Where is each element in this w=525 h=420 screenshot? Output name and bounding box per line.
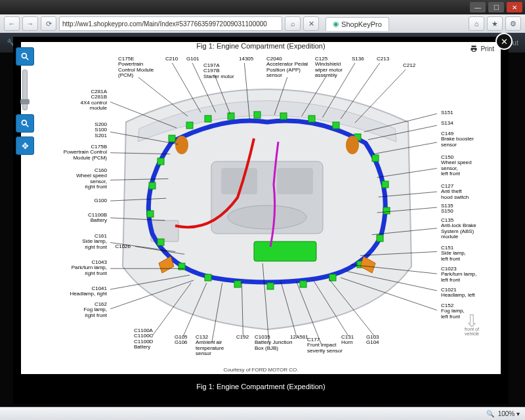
label-g103: G103 G104 — [366, 335, 379, 346]
label-c1035: C1035 Battery Junction Box (BJB) — [255, 335, 292, 351]
svg-rect-13 — [333, 122, 339, 129]
svg-rect-24 — [205, 274, 211, 281]
svg-point-31 — [346, 136, 359, 154]
courtesy-line: Courtesy of FORD MOTOR CO. — [21, 367, 501, 373]
label-c1021: C1021 Headlamp, left — [441, 287, 475, 299]
nav-stop-button[interactable]: ✕ — [303, 16, 319, 31]
zoom-in-button[interactable] — [16, 47, 34, 66]
label-c2040: C2040 Accelerator Pedal Position (APP) s… — [266, 56, 308, 79]
svg-rect-22 — [267, 283, 274, 289]
svg-rect-10 — [254, 112, 261, 118]
figure-caption: Fig 1: Engine Compartment (Expedition) — [21, 378, 501, 395]
label-c125: C125 Windshield wiper motor assembly — [315, 56, 343, 79]
label-c175e: C175E Powertrain Control Module (PCM) — [118, 56, 154, 79]
label-c1041: C1041 Headlamp, right — [70, 286, 107, 297]
svg-rect-8 — [205, 116, 211, 122]
label-c210: C210 — [165, 56, 178, 62]
label-s134: S134 — [441, 121, 453, 126]
browser-window: — ☐ ✕ ← → ⟳ http://ww1.shopkeypro.com/Ma… — [0, 0, 525, 420]
label-c161: C161 Side lamp, right front — [82, 234, 107, 250]
label-c213: C213 — [377, 56, 389, 62]
star-icon[interactable]: ★ — [487, 16, 503, 31]
svg-rect-6 — [169, 135, 175, 142]
zoom-toolstrip: ✥ — [16, 47, 34, 155]
svg-rect-20 — [329, 274, 336, 281]
print-button[interactable]: Print — [470, 45, 494, 52]
label-c149: C149 Brake booster sensor — [441, 131, 474, 148]
nav-back-button[interactable]: ← — [4, 16, 20, 31]
address-bar[interactable]: http://ww1.shopkeypro.com/Main/Index#537… — [59, 16, 282, 31]
label-s151: S151 — [441, 110, 453, 116]
svg-rect-11 — [280, 113, 287, 119]
svg-point-3 — [228, 205, 306, 229]
label-c1026: C1026 — [115, 244, 131, 249]
nav-forward-button[interactable]: → — [22, 16, 38, 31]
zoom-slider-thumb[interactable] — [20, 99, 30, 104]
svg-rect-27 — [147, 211, 154, 217]
label-c162: C162 Fog lamp, right front — [83, 302, 107, 318]
label-c127: C127 Anti theft hood switch — [441, 184, 469, 200]
label-c175b: C175B Powertrain Control Module (PCM) — [64, 144, 107, 161]
svg-rect-12 — [308, 116, 315, 122]
label-c281: C281A C281B 4X4 control module — [81, 89, 107, 112]
window-close-button[interactable]: ✕ — [507, 2, 522, 12]
window-minimize-button[interactable]: — — [470, 2, 486, 12]
svg-rect-17 — [383, 207, 390, 214]
svg-line-76 — [26, 125, 29, 127]
zoom-indicator-icon[interactable]: 🔍 — [486, 410, 494, 417]
status-bar: 🔍 100% ▾ — [0, 407, 525, 420]
label-c150: C150 Wheel speed sensor, left front — [441, 155, 472, 177]
zoom-level[interactable]: 100% — [498, 410, 515, 417]
diagram-paper: Fig 1: Engine Compartment (Expedition) P… — [21, 42, 501, 374]
svg-rect-18 — [377, 235, 383, 242]
browser-tab[interactable]: ◉ ShopKeyPro — [326, 17, 389, 31]
svg-rect-9 — [228, 113, 234, 119]
tab-title: ShopKeyPro — [341, 20, 382, 28]
svg-line-74 — [26, 58, 29, 60]
label-c135: C135 Anti-lock Brake System (ABS) module — [441, 218, 476, 240]
globe-icon: ◉ — [333, 20, 339, 28]
svg-rect-2 — [277, 168, 313, 194]
zoom-out-button[interactable] — [16, 114, 34, 133]
svg-rect-26 — [158, 239, 164, 245]
svg-rect-21 — [300, 281, 306, 287]
fit-button[interactable]: ✥ — [16, 136, 34, 155]
label-g105: G105 G106 — [175, 335, 188, 346]
nav-reload-button[interactable]: ⟳ — [41, 16, 56, 31]
svg-rect-23 — [234, 281, 241, 287]
svg-point-73 — [22, 53, 26, 58]
label-c177: C177 Front impact severity sensor — [307, 337, 343, 354]
label-c151: C151 Side lamp, left front — [441, 245, 466, 262]
svg-rect-28 — [149, 182, 156, 189]
label-s200: S200 S100 S201 — [94, 122, 107, 138]
label-c1043: C1043 Park/turn lamp, right front — [72, 260, 107, 276]
home-icon[interactable]: ⌂ — [469, 16, 484, 31]
nav-search-button[interactable]: ⌕ — [285, 16, 301, 31]
svg-rect-15 — [372, 155, 379, 161]
svg-point-30 — [175, 136, 188, 154]
svg-rect-7 — [186, 122, 193, 129]
printer-icon — [470, 45, 478, 52]
label-14305: 14305 — [239, 56, 253, 62]
modal-close-button[interactable]: ✕ — [495, 33, 513, 50]
titlebar: — ☐ ✕ — [0, 0, 525, 14]
svg-rect-16 — [382, 181, 388, 188]
label-c192: C192 — [236, 335, 249, 340]
label-c1023: C1023 Park/turn lamp, left front — [441, 266, 476, 283]
label-c132: C132 Ambient air temperature sensor — [196, 335, 224, 357]
down-arrow-icon: ⇩ — [459, 316, 485, 327]
label-s135: S135 S150 — [441, 203, 453, 215]
label-c212: C212 — [403, 63, 415, 68]
label-c160: C160 Wheel speed sensor, right front — [76, 168, 107, 190]
engine-diagram[interactable]: C175E Powertrain Control Module (PCM) C2… — [52, 56, 495, 362]
engine-illustration — [113, 70, 421, 331]
label-c1100b: C1100B Battery — [88, 213, 107, 224]
gear-icon[interactable]: ⚙ — [505, 16, 521, 31]
label-g101: G101 — [186, 56, 200, 62]
browser-nav: ← → ⟳ http://ww1.shopkeypro.com/Main/Ind… — [0, 14, 525, 33]
zoom-slider[interactable] — [22, 70, 28, 110]
chevron-down-icon[interactable]: ▾ — [514, 410, 520, 417]
figure-title: Fig 1: Engine Compartment (Expedition) — [21, 42, 501, 54]
window-maximize-button[interactable]: ☐ — [488, 2, 504, 12]
svg-rect-29 — [158, 158, 164, 165]
